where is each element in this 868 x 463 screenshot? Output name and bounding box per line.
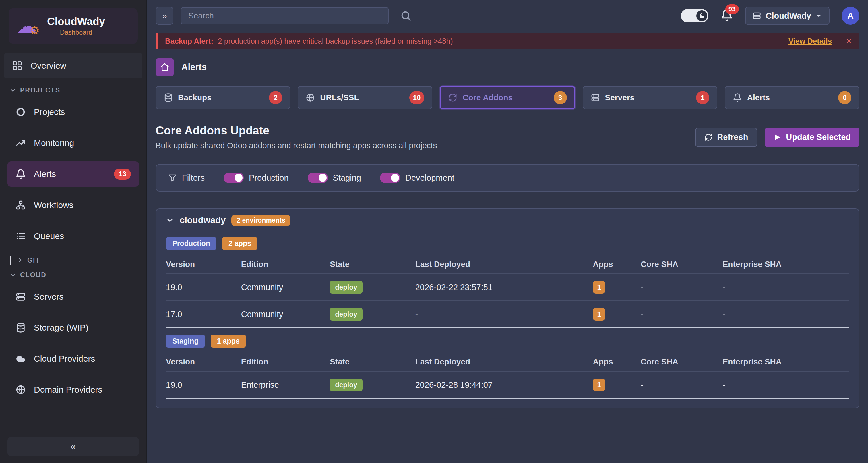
database-icon: [16, 323, 26, 333]
view-details-link[interactable]: View Details: [788, 37, 832, 46]
user-avatar[interactable]: A: [842, 7, 859, 25]
last-deployed-cell: 2026-02-22 23:57:51: [415, 274, 593, 301]
column-header: Version: [166, 255, 241, 274]
edition-cell: Enterprise: [241, 371, 330, 399]
double-chevron-right-icon: »: [162, 11, 167, 21]
column-header: Core SHA: [641, 255, 723, 274]
sidebar-item-overview[interactable]: Overview: [4, 53, 143, 79]
update-selected-button[interactable]: Update Selected: [765, 127, 859, 147]
backup-alert-banner: Backup Alert: 2 production app(s) have c…: [156, 33, 859, 49]
edition-cell: Community: [241, 301, 330, 328]
sidebar-section-git[interactable]: GIT: [0, 252, 146, 267]
sidebar-item-label: Monitoring: [34, 138, 74, 148]
column-header: Edition: [241, 352, 330, 371]
filter-toggle-staging[interactable]: Staging: [308, 173, 361, 183]
tab-label: Servers: [605, 93, 634, 102]
tab-alerts[interactable]: Alerts 0: [725, 86, 859, 109]
search-icon[interactable]: [400, 10, 412, 22]
update-selected-label: Update Selected: [786, 133, 851, 142]
state-cell: deploy: [330, 301, 415, 328]
tab-urls-ssl[interactable]: URLs/SSL 10: [298, 86, 432, 109]
sidebar-item-label: Storage (WIP): [34, 323, 88, 332]
search-input[interactable]: [181, 7, 389, 24]
bell-icon: [733, 93, 742, 102]
sidebar-item-servers[interactable]: Servers: [7, 284, 139, 309]
tab-core-addons[interactable]: Core Addons 3: [440, 86, 575, 109]
tab-label: Backups: [178, 93, 212, 102]
column-header: State: [330, 255, 415, 274]
chevron-down-icon: [166, 216, 174, 224]
account-label: CloudWady: [766, 11, 811, 21]
sidebar-item-projects[interactable]: Projects: [7, 99, 139, 125]
table-row[interactable]: 19.0 Enterprise deploy 2026-02-28 19:44:…: [166, 371, 849, 399]
sidebar-item-monitoring[interactable]: Monitoring: [7, 131, 139, 156]
tab-backups[interactable]: Backups 2: [156, 86, 290, 109]
sidebar-item-queues[interactable]: Queues: [7, 224, 139, 249]
home-icon: [160, 63, 169, 72]
banner-label: Backup Alert:: [165, 37, 213, 46]
logo-text: CloudWady Dashboard: [47, 16, 105, 36]
page-title: Alerts: [181, 62, 207, 73]
apps-cell: 1: [593, 301, 641, 328]
notifications-button[interactable]: 93: [720, 9, 733, 23]
env-production-pills: Production 2 apps: [166, 237, 849, 250]
column-header: Version: [166, 352, 241, 371]
tab-count-badge: 1: [696, 91, 709, 104]
account-dropdown-button[interactable]: CloudWady: [745, 7, 830, 25]
sidebar-expand-button[interactable]: »: [156, 7, 174, 25]
home-button[interactable]: [156, 58, 174, 77]
section-actions: Refresh Update Selected: [695, 127, 859, 147]
column-header: Last Deployed: [415, 352, 593, 371]
sidebar-nav: Overview PROJECTS Projects Monitoring Al…: [0, 50, 146, 432]
state-badge: deploy: [330, 281, 362, 293]
sidebar-item-domain-providers[interactable]: Domain Providers: [7, 377, 139, 402]
sidebar-section-projects[interactable]: PROJECTS: [0, 79, 146, 96]
table-row[interactable]: 19.0 Community deploy 2026-02-22 23:57:5…: [166, 274, 849, 301]
sidebar-item-cloud-providers[interactable]: Cloud Providers: [7, 346, 139, 371]
tab-servers[interactable]: Servers 1: [583, 86, 717, 109]
sitemap-icon: [16, 200, 26, 210]
sidebar-collapse-button[interactable]: «: [7, 437, 139, 456]
server-icon: [591, 93, 600, 102]
chevron-down-icon: [816, 12, 822, 19]
tab-label: Core Addons: [462, 93, 513, 102]
app-subtitle: Dashboard: [60, 29, 92, 36]
sidebar-section-cloud[interactable]: CLOUD: [0, 267, 146, 281]
column-header: Enterprise SHA: [723, 352, 849, 371]
filter-toggle-production[interactable]: Production: [224, 173, 289, 183]
toggle-label: Production: [249, 173, 289, 183]
refresh-button[interactable]: Refresh: [695, 127, 757, 147]
sidebar-item-workflows[interactable]: Workflows: [7, 193, 139, 218]
env-production-table: Version Edition State Last Deployed Apps…: [166, 255, 849, 328]
section-title: Core Addons Update: [156, 124, 437, 137]
chevron-right-icon: [17, 257, 23, 263]
refresh-icon: [448, 93, 457, 102]
close-icon[interactable]: ✕: [846, 37, 852, 46]
enterprise-sha-cell: -: [723, 371, 849, 399]
project-panel-header[interactable]: cloudwady 2 environments: [156, 209, 859, 232]
dark-mode-toggle[interactable]: [681, 9, 708, 22]
sidebar: ☁ ⚙ CloudWady Dashboard Overview PROJECT…: [0, 0, 147, 463]
apps-count-badge: 1: [593, 308, 605, 321]
tab-label: URLs/SSL: [320, 93, 359, 102]
section-label: GIT: [27, 257, 40, 264]
filters-bar: Filters Production Staging Development: [156, 164, 859, 192]
core-sha-cell: -: [641, 274, 723, 301]
version-cell: 19.0: [166, 274, 241, 301]
sidebar-item-storage[interactable]: Storage (WIP): [7, 315, 139, 340]
sidebar-item-alerts[interactable]: Alerts 13: [7, 162, 139, 187]
tab-label: Alerts: [747, 93, 770, 102]
edition-cell: Community: [241, 274, 330, 301]
filter-toggle-development[interactable]: Development: [380, 173, 454, 183]
refresh-icon: [704, 133, 712, 141]
column-header: Apps: [593, 255, 641, 274]
topbar: » 93 CloudWady: [147, 0, 868, 32]
server-icon: [16, 292, 26, 302]
globe-icon: [306, 93, 315, 102]
table-row[interactable]: 17.0 Community deploy - 1 - -: [166, 301, 849, 328]
column-header: Core SHA: [641, 352, 723, 371]
avatar-letter: A: [847, 11, 854, 21]
notification-count-badge: 93: [725, 4, 739, 14]
state-cell: deploy: [330, 371, 415, 399]
state-badge: deploy: [330, 379, 362, 391]
